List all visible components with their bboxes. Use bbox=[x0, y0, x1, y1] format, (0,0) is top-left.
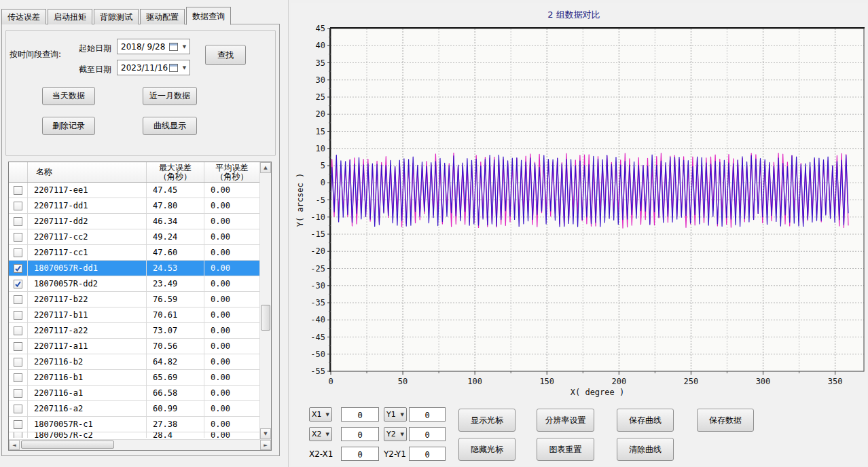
scroll-up-arrow[interactable]: ▲ bbox=[260, 162, 271, 173]
x2-select[interactable]: X2▼ bbox=[309, 427, 332, 441]
resolution-settings-button[interactable]: 分辨率设置 bbox=[537, 409, 594, 432]
cell-name: 18070057R-c1 bbox=[28, 417, 147, 432]
table-row[interactable]: 2207117-dd2 46.34 0.00 bbox=[9, 214, 259, 229]
row-checkbox[interactable] bbox=[14, 420, 22, 429]
row-checkbox[interactable] bbox=[14, 280, 22, 288]
table-row[interactable]: 2207117-dd1 47.80 0.00 bbox=[9, 198, 259, 214]
hide-cursor-button[interactable]: 隐藏光标 bbox=[458, 438, 516, 461]
row-checkbox[interactable] bbox=[14, 264, 22, 273]
row-checkbox[interactable] bbox=[14, 432, 22, 438]
table-row[interactable]: 2207117-ee1 47.45 0.00 bbox=[9, 183, 259, 198]
table-horizontal-scrollbar[interactable]: ◄ ► bbox=[9, 439, 271, 450]
table-row[interactable]: 2207116-b2 64.82 0.00 bbox=[9, 354, 259, 370]
save-data-button[interactable]: 保存数据 bbox=[697, 409, 754, 432]
vertical-scrollbar-thumb[interactable] bbox=[261, 305, 270, 331]
row-checkbox[interactable] bbox=[14, 342, 22, 351]
header-name[interactable]: 名称 bbox=[28, 162, 147, 182]
scroll-right-arrow[interactable]: ► bbox=[260, 440, 271, 450]
x2-value-field[interactable] bbox=[341, 427, 379, 441]
cell-max-error: 47.80 bbox=[147, 198, 204, 213]
row-checkbox[interactable] bbox=[14, 217, 22, 226]
row-checkbox[interactable] bbox=[14, 326, 22, 335]
x-tick-label: 100 bbox=[467, 377, 482, 386]
tab-backlash-test[interactable]: 背隙测试 bbox=[94, 9, 139, 24]
table-row[interactable]: 18070057R-c2 28.4 0.00 bbox=[9, 432, 259, 438]
y-tick-label: 40 bbox=[316, 41, 325, 50]
delete-record-button[interactable]: 删除记录 bbox=[42, 117, 95, 135]
table-row[interactable]: 2207117-b11 70.61 0.00 bbox=[9, 307, 259, 323]
row-checkbox[interactable] bbox=[14, 405, 22, 413]
table-row[interactable]: 2207116-b1 65.69 0.00 bbox=[9, 370, 259, 386]
table-header-row: 名称 最大误差 （角秒） 平均误差 （角秒） bbox=[9, 162, 259, 183]
y-tick-label: -45 bbox=[310, 333, 325, 342]
y-tick-label: -25 bbox=[310, 264, 325, 274]
cell-max-error: 27.38 bbox=[147, 417, 204, 432]
table-row[interactable]: 2207117-a22 73.07 0.00 bbox=[9, 323, 259, 339]
row-checkbox[interactable] bbox=[14, 311, 22, 320]
table-row[interactable]: 18070057R-c1 27.38 0.00 bbox=[9, 417, 259, 432]
today-data-button[interactable]: 当天数据 bbox=[42, 87, 95, 105]
start-date-label: 起始日期 bbox=[79, 43, 111, 54]
chevron-down-icon[interactable]: ▼ bbox=[180, 61, 189, 74]
y-tick-label: 45 bbox=[316, 24, 325, 33]
header-avg-error[interactable]: 平均误差 （角秒） bbox=[204, 162, 259, 182]
y-tick-label: 15 bbox=[316, 127, 325, 136]
dy-label: Y2-Y1 bbox=[384, 449, 406, 459]
chevron-down-icon[interactable]: ▼ bbox=[180, 40, 189, 53]
horizontal-scrollbar-thumb[interactable] bbox=[21, 441, 114, 449]
tab-startup-torque[interactable]: 启动扭矩 bbox=[48, 9, 92, 24]
dx-value-field[interactable] bbox=[341, 447, 379, 461]
row-checkbox[interactable] bbox=[14, 373, 22, 382]
y-tick-label: 20 bbox=[316, 109, 325, 119]
row-checkbox[interactable] bbox=[14, 233, 22, 242]
row-checkbox[interactable] bbox=[14, 295, 22, 304]
table-row[interactable]: 2207117-cc2 49.24 0.00 bbox=[9, 229, 259, 245]
show-cursor-button[interactable]: 显示光标 bbox=[458, 409, 516, 432]
last-month-data-button[interactable]: 近一月数据 bbox=[143, 87, 197, 105]
comparison-chart[interactable]: -55-50-45-40-35-30-25-20-15-10-505101520… bbox=[292, 0, 868, 402]
table-row[interactable]: 2207117-b22 76.59 0.00 bbox=[9, 292, 259, 307]
row-checkbox[interactable] bbox=[14, 248, 22, 257]
row-checkbox[interactable] bbox=[14, 186, 22, 195]
table-row[interactable]: 2207117-cc1 47.60 0.00 bbox=[9, 245, 259, 261]
y1-select[interactable]: Y1▼ bbox=[384, 407, 407, 422]
start-date-picker[interactable]: 2018/ 9/28 ▼ bbox=[117, 39, 190, 54]
tab-drive-config[interactable]: 驱动配置 bbox=[140, 9, 185, 24]
y2-value-field[interactable] bbox=[409, 427, 446, 441]
y2-select[interactable]: Y2▼ bbox=[384, 427, 407, 441]
clear-curve-button[interactable]: 清除曲线 bbox=[617, 438, 674, 461]
scroll-down-arrow[interactable]: ▼ bbox=[260, 428, 271, 439]
table-vertical-scrollbar[interactable]: ▲ ▼ bbox=[259, 162, 271, 439]
y-tick-label: -15 bbox=[310, 229, 325, 239]
y-tick-label: 30 bbox=[316, 75, 325, 85]
header-max-error[interactable]: 最大误差 （角秒） bbox=[147, 162, 204, 182]
tab-data-query[interactable]: 数据查询 bbox=[186, 7, 231, 25]
chart-reset-button[interactable]: 图表重置 bbox=[537, 438, 594, 461]
table-row[interactable]: 18070057R-dd1 24.53 0.00 bbox=[9, 261, 259, 276]
table-row[interactable]: 2207116-a1 66.58 0.00 bbox=[9, 386, 259, 401]
y-tick-label: 0 bbox=[321, 178, 325, 187]
dy-value-field[interactable] bbox=[409, 447, 446, 461]
tab-transmission-error[interactable]: 传达误差 bbox=[1, 9, 46, 24]
save-curve-button[interactable]: 保存曲线 bbox=[617, 409, 674, 432]
cell-max-error: 70.56 bbox=[147, 339, 204, 354]
scroll-left-arrow[interactable]: ◄ bbox=[9, 440, 20, 450]
tab-label: 启动扭矩 bbox=[54, 12, 86, 23]
row-checkbox[interactable] bbox=[14, 389, 22, 398]
row-checkbox[interactable] bbox=[14, 202, 22, 210]
end-date-picker[interactable]: 2023/11/16 ▼ bbox=[117, 60, 190, 75]
curve-display-button[interactable]: 曲线显示 bbox=[143, 117, 197, 135]
table-row[interactable]: 2207116-a2 60.99 0.00 bbox=[9, 401, 259, 417]
row-checkbox[interactable] bbox=[14, 358, 22, 367]
table-row[interactable]: 18070057R-dd2 23.49 0.00 bbox=[9, 276, 259, 292]
cell-avg-error: 0.00 bbox=[204, 276, 259, 291]
cell-avg-error: 0.00 bbox=[204, 339, 259, 354]
y1-value-field[interactable] bbox=[409, 407, 446, 422]
search-button[interactable]: 查找 bbox=[205, 45, 246, 65]
cell-name: 2207117-dd2 bbox=[28, 214, 147, 229]
panel-divider[interactable] bbox=[288, 0, 289, 467]
cell-max-error: 23.49 bbox=[147, 276, 204, 291]
table-row[interactable]: 2207117-a11 70.56 0.00 bbox=[9, 339, 259, 354]
x1-value-field[interactable] bbox=[341, 407, 379, 422]
x1-select[interactable]: X1▼ bbox=[309, 407, 332, 422]
